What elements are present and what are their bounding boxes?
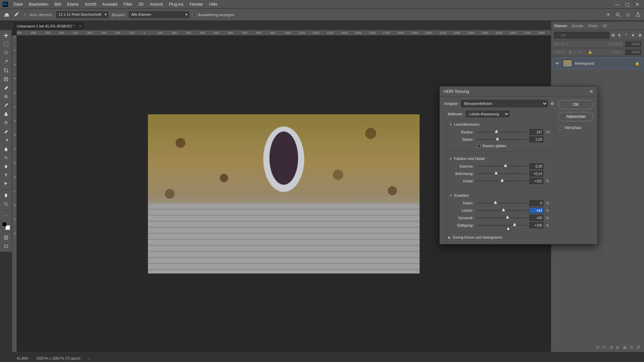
- heal-tool-icon[interactable]: [1, 93, 11, 101]
- close-icon[interactable]: ✕: [635, 2, 639, 6]
- menu-item[interactable]: Bearbeiten: [26, 1, 51, 8]
- stamp-tool-icon[interactable]: [1, 110, 11, 118]
- blur-tool-icon[interactable]: [1, 145, 11, 153]
- search-icon[interactable]: [615, 12, 621, 17]
- cancel-button[interactable]: Abbrechen: [558, 112, 593, 121]
- tab-3d[interactable]: 3D: [602, 24, 607, 28]
- gradient-tool-icon[interactable]: [1, 136, 11, 144]
- detail-input[interactable]: [529, 178, 543, 184]
- type-tool-icon[interactable]: T: [1, 171, 11, 179]
- menu-item[interactable]: Hilfe: [207, 1, 220, 8]
- layer-filter-input[interactable]: [554, 32, 609, 39]
- strength-slider[interactable]: [476, 137, 527, 142]
- blend-mode-select[interactable]: Normal: [554, 42, 565, 46]
- show-ring-checkbox[interactable]: ✓Auswahlring anzeigen: [193, 13, 234, 17]
- smooth-edges-checkbox[interactable]: Kanten glätten: [477, 144, 552, 148]
- share-icon[interactable]: [635, 12, 641, 17]
- eyedropper-icon[interactable]: [13, 11, 21, 18]
- preview-checkbox[interactable]: ✓Vorschau: [558, 125, 593, 130]
- fill-input[interactable]: [625, 50, 641, 55]
- new-layer-icon[interactable]: ⊞: [630, 345, 633, 350]
- zoom-level[interactable]: 41,46%: [17, 357, 28, 360]
- menu-item[interactable]: Schrift: [82, 1, 99, 8]
- vibrance-slider[interactable]: [476, 216, 527, 220]
- strength-input[interactable]: [529, 136, 543, 142]
- detail-slider[interactable]: [476, 179, 527, 183]
- menu-item[interactable]: Filter: [121, 1, 135, 8]
- disclosure-icon[interactable]: ▶: [448, 236, 450, 239]
- shadow-slider[interactable]: [476, 201, 527, 205]
- lasso-tool-icon[interactable]: [1, 49, 11, 57]
- tab-paths[interactable]: Pfade: [588, 24, 598, 28]
- menu-item[interactable]: Ebene: [64, 1, 82, 8]
- lock-pixels-icon[interactable]: ▦: [569, 50, 572, 54]
- eyedropper-tool-icon[interactable]: [1, 84, 11, 92]
- zoom-tool-icon[interactable]: [1, 200, 11, 208]
- dialog-close-icon[interactable]: ✕: [589, 89, 593, 94]
- tab-close-icon[interactable]: ×: [79, 24, 81, 28]
- filter-shape-icon[interactable]: ◆: [632, 33, 636, 38]
- home-icon[interactable]: [3, 11, 10, 18]
- fx-icon[interactable]: fx: [603, 345, 606, 350]
- move-tool-icon[interactable]: [1, 32, 11, 40]
- eraser-tool-icon[interactable]: [1, 127, 11, 135]
- method-select[interactable]: Lokale Anpassung: [466, 111, 509, 117]
- visibility-icon[interactable]: 👁: [555, 61, 560, 65]
- doc-info-arrow-icon[interactable]: ›: [89, 357, 90, 360]
- shadow-input[interactable]: [529, 200, 543, 206]
- marquee-tool-icon[interactable]: [1, 40, 11, 48]
- vibrance-input[interactable]: [529, 215, 543, 221]
- lock-artboard-icon[interactable]: ▢: [583, 50, 586, 54]
- minimize-icon[interactable]: —: [615, 2, 619, 6]
- gamma-slider[interactable]: [476, 164, 527, 169]
- preset-gear-icon[interactable]: ⚙: [550, 101, 555, 106]
- radius-input[interactable]: [529, 129, 543, 135]
- dodge-tool-icon[interactable]: [1, 154, 11, 162]
- saturation-input[interactable]: [529, 222, 543, 228]
- color-swatches[interactable]: [2, 222, 10, 230]
- filter-type-icon[interactable]: T: [625, 33, 630, 38]
- menu-item[interactable]: Ansicht: [147, 1, 165, 8]
- exposure-input[interactable]: [529, 171, 543, 177]
- lock-move-icon[interactable]: ✥: [578, 50, 581, 54]
- filter-smart-icon[interactable]: ▣: [638, 33, 643, 38]
- lock-brush-icon[interactable]: ✎: [574, 50, 576, 54]
- menu-item[interactable]: Bild: [52, 1, 64, 8]
- ok-button[interactable]: OK: [558, 100, 593, 109]
- cloud-icon[interactable]: ◔: [605, 12, 610, 17]
- menu-item[interactable]: 3D: [136, 1, 146, 8]
- mask-icon[interactable]: ◑: [609, 345, 613, 350]
- radius-slider[interactable]: [476, 130, 527, 134]
- crop-tool-icon[interactable]: [1, 66, 11, 74]
- adjustment-icon[interactable]: ◐: [616, 345, 620, 350]
- brush-tool-icon[interactable]: [1, 101, 11, 109]
- screenmode-icon[interactable]: [1, 242, 11, 250]
- edit-toolbar-icon[interactable]: ⋯: [1, 212, 11, 220]
- group-icon[interactable]: ▣: [623, 345, 627, 350]
- gamma-input[interactable]: [529, 163, 543, 169]
- history-brush-icon[interactable]: [1, 119, 11, 127]
- disclosure-icon[interactable]: ▼: [449, 194, 452, 197]
- sample-size-select[interactable]: 11 x 11 Pixel Durchschnitt ▾: [56, 11, 108, 18]
- disclosure-icon[interactable]: ▼: [449, 157, 452, 160]
- frame-tool-icon[interactable]: [1, 75, 11, 83]
- tab-channels[interactable]: Kanäle: [572, 24, 583, 28]
- menu-item[interactable]: Auswahl: [100, 1, 120, 8]
- document-tab[interactable]: Unbenannt-1 bei 41,5% (RGB/32) * ×: [13, 22, 84, 30]
- hand-tool-icon[interactable]: [1, 191, 11, 199]
- opacity-input[interactable]: [625, 42, 641, 47]
- menu-item[interactable]: Datei: [11, 1, 25, 8]
- filter-pixel-icon[interactable]: ▦: [611, 33, 616, 38]
- restore-icon[interactable]: ▢: [625, 2, 629, 6]
- lock-icon[interactable]: 🔒: [635, 61, 640, 66]
- trash-icon[interactable]: 🗑: [637, 345, 641, 350]
- pen-tool-icon[interactable]: [1, 162, 11, 170]
- sample-layer-select[interactable]: Alle Ebenen ▾: [129, 11, 189, 18]
- saturation-slider[interactable]: [476, 223, 527, 228]
- lock-all-icon[interactable]: 🔒: [588, 50, 592, 54]
- wand-tool-icon[interactable]: [1, 58, 11, 66]
- disclosure-icon[interactable]: ▼: [449, 123, 452, 126]
- layer-row[interactable]: 👁 Hintergrund 🔒: [552, 58, 643, 69]
- highlight-slider[interactable]: [476, 208, 527, 213]
- workspace-icon[interactable]: ◫: [625, 12, 631, 17]
